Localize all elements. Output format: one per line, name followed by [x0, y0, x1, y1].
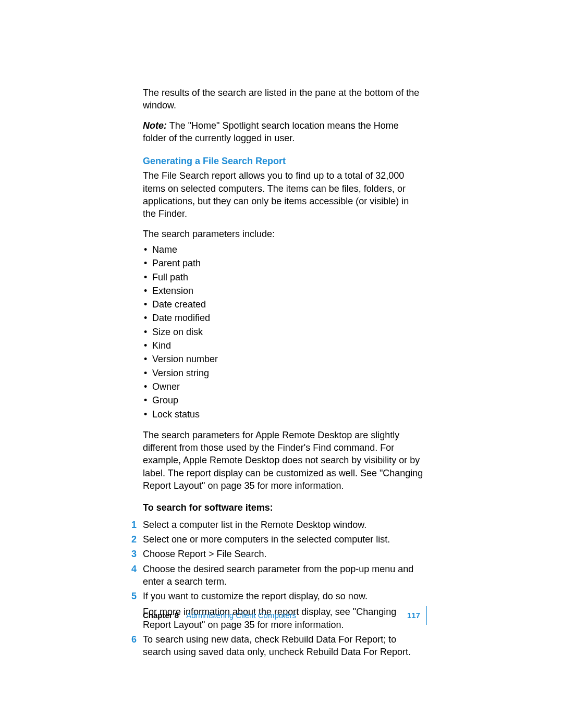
- list-item: Name: [143, 243, 424, 256]
- list-item: Kind: [143, 339, 424, 352]
- params-lead: The search parameters include:: [143, 228, 424, 240]
- step-text: If you want to customize the report disp…: [143, 591, 368, 601]
- page-content: The results of the search are listed in …: [143, 87, 424, 661]
- step-item: Select a computer list in the Remote Des…: [143, 519, 424, 531]
- list-item: Date modified: [143, 312, 424, 324]
- step-text: Select one or more computers in the sele…: [143, 534, 390, 545]
- note-text: The "Home" Spotlight search location mea…: [143, 120, 399, 143]
- page-number: 117: [407, 610, 424, 621]
- chapter-title: Administering Client Computers: [186, 610, 296, 621]
- footer-left: Chapter 8 Administering Client Computers: [143, 610, 296, 621]
- list-item: Size on disk: [143, 326, 424, 338]
- list-item: Owner: [143, 380, 424, 393]
- step-item: Choose Report > File Search.: [143, 548, 424, 560]
- list-item: Version number: [143, 353, 424, 365]
- diff-paragraph: The search parameters for Apple Remote D…: [143, 429, 424, 492]
- list-item: Lock status: [143, 408, 424, 421]
- step-text: To search using new data, check Rebuild …: [143, 634, 411, 657]
- steps-heading: To search for software items:: [143, 501, 424, 514]
- section-heading: Generating a File Search Report: [143, 155, 424, 167]
- step-item: Select one or more computers in the sele…: [143, 533, 424, 546]
- step-text: Choose Report > File Search.: [143, 549, 267, 559]
- chapter-label: Chapter 8: [143, 610, 179, 621]
- note-paragraph: Note: The "Home" Spotlight search locati…: [143, 119, 424, 145]
- note-label: Note:: [143, 120, 167, 131]
- step-item: To search using new data, check Rebuild …: [143, 633, 424, 659]
- section-intro: The File Search report allows you to fin…: [143, 169, 424, 220]
- list-item: Full path: [143, 271, 424, 283]
- list-item: Group: [143, 394, 424, 406]
- step-item: Choose the desired search parameter from…: [143, 563, 424, 588]
- step-text: Choose the desired search parameter from…: [143, 564, 413, 587]
- list-item: Date created: [143, 298, 424, 311]
- step-text: Select a computer list in the Remote Des…: [143, 520, 366, 530]
- page-footer: Chapter 8 Administering Client Computers…: [143, 606, 427, 625]
- list-item: Version string: [143, 367, 424, 379]
- list-item: Extension: [143, 285, 424, 297]
- params-list: Name Parent path Full path Extension Dat…: [143, 243, 424, 421]
- results-paragraph: The results of the search are listed in …: [143, 87, 424, 112]
- steps-list: Select a computer list in the Remote Des…: [143, 519, 424, 659]
- list-item: Parent path: [143, 257, 424, 269]
